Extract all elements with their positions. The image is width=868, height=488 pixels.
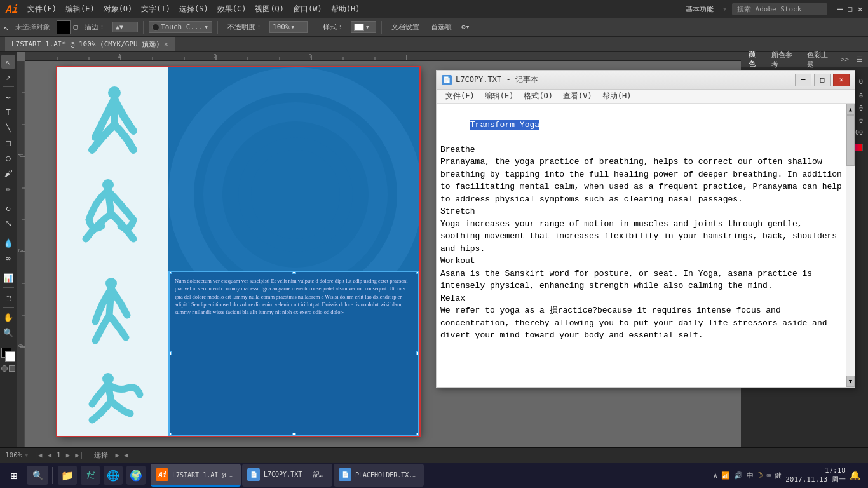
menu-window[interactable]: 窗口(W) — [289, 3, 326, 16]
ellipse-tool[interactable]: ○ — [1, 151, 15, 165]
notepad-window: 📄 L7COPY.TXT - 记事本 ─ □ ✕ 文件(F) 编辑(E) 格式(… — [436, 70, 855, 388]
close-btn[interactable]: ✕ — [858, 4, 863, 14]
notepad-menu-help[interactable]: 帮助(H) — [597, 90, 637, 103]
notepad-text-area[interactable]: Transform Yoga Breathe Pranayama, the yo… — [437, 104, 846, 387]
pen-tool[interactable]: ✒ — [1, 90, 15, 104]
taskbar-browser-btn[interactable]: 🌍 — [126, 466, 146, 485]
taskbar-notepad-btn[interactable]: 📄 L7COPY.TXT - 記... — [242, 464, 332, 487]
canvas-tab-close[interactable]: ✕ — [164, 40, 168, 48]
menu-type[interactable]: 文字(T) — [137, 3, 174, 16]
taskbar-edge-btn[interactable]: 🌐 — [104, 466, 123, 485]
direct-select-tool[interactable]: ↗ — [1, 70, 15, 84]
doc-settings-btn[interactable]: 文档设置 — [387, 20, 424, 34]
maximize-btn[interactable]: □ — [848, 4, 852, 13]
selection-handle-br[interactable] — [416, 433, 419, 436]
nav-arrows[interactable]: ▶ ◀ — [116, 451, 128, 459]
notepad-menu-file[interactable]: 文件(F) — [440, 90, 480, 103]
scrollbar-thumb[interactable] — [846, 115, 855, 166]
zoom-control[interactable]: 100% ▾ — [5, 451, 29, 459]
select-tool[interactable]: ↖ — [1, 55, 15, 69]
scrollbar-down-btn[interactable]: ▼ — [846, 376, 855, 387]
brush-tool[interactable]: 🖌 — [1, 166, 15, 180]
taskbar-health-icon[interactable]: 健 — [775, 471, 782, 480]
canvas-tab-active[interactable]: L7START_1.AI* @ 100% (CMYK/GPU 预选) ✕ — [5, 37, 175, 51]
eyedropper-tool[interactable]: 💧 — [1, 236, 15, 250]
menu-select[interactable]: 选择(S) — [175, 3, 212, 16]
type-tool[interactable]: T — [1, 105, 15, 119]
panel-expand-btn[interactable]: >> — [841, 55, 849, 64]
selection-handle-tl[interactable] — [168, 271, 172, 274]
selection-handle-tm[interactable] — [292, 271, 296, 274]
notepad-menu-format[interactable]: 格式(O) — [519, 90, 558, 103]
menu-file[interactable]: 文件(F) — [24, 3, 60, 16]
touch-dropdown[interactable]: Touch C... ▾ — [149, 21, 212, 33]
pencil-tool[interactable]: ✏ — [1, 181, 15, 195]
fill-stroke-indicator[interactable] — [1, 348, 15, 362]
taskbar-ai-btn[interactable]: Ai L7START_1.AI @ ... — [151, 464, 241, 487]
notepad-menu-edit[interactable]: 编辑(E) — [480, 90, 519, 103]
mode-icons — [1, 365, 15, 372]
nav-back[interactable]: ◀ — [47, 451, 51, 459]
extra-toolbar-icon[interactable]: ⚙▾ — [461, 23, 470, 31]
notepad-maximize-btn[interactable]: □ — [814, 74, 831, 86]
text-box-overlay[interactable]: Num doloreetum ver esequam ver suscipist… — [168, 271, 419, 436]
scrollbar-track[interactable] — [846, 115, 855, 376]
rotate-tool[interactable]: ↻ — [1, 201, 15, 215]
taskbar-ime-moon: ☽ — [757, 470, 763, 480]
taskbar-app1-btn[interactable]: だ — [81, 466, 100, 485]
panel-menu-btn[interactable]: ☰ — [857, 55, 863, 64]
basic-function-btn[interactable]: 基本功能 — [682, 3, 717, 15]
toolbar-divider-4 — [381, 21, 382, 34]
menu-effect[interactable]: 效果(C) — [214, 3, 250, 16]
fill-swatch[interactable] — [57, 20, 71, 34]
taskbar-ime-icon[interactable]: 中 — [747, 471, 754, 480]
nav-forward[interactable]: ▶ — [66, 451, 71, 459]
selection-handle-bm[interactable] — [292, 433, 296, 436]
notepad-titlebar[interactable]: 📄 L7COPY.TXT - 记事本 ─ □ ✕ — [437, 71, 855, 90]
menu-view[interactable]: 视图(Q) — [251, 3, 288, 16]
selection-handle-tr[interactable] — [416, 271, 419, 274]
notepad-close-btn[interactable]: ✕ — [833, 74, 850, 86]
nav-prev[interactable]: |◀ — [34, 451, 42, 459]
opacity-dropdown[interactable]: 100% ▾ — [269, 21, 308, 33]
zoom-tool[interactable]: 🔍 — [1, 325, 15, 339]
start-button[interactable]: ⊞ — [3, 464, 25, 487]
taskbar-file-explorer-btn[interactable]: 📁 — [58, 466, 77, 485]
style-dropdown[interactable]: ▾ — [351, 21, 376, 33]
style-label: 样式： — [318, 20, 348, 34]
line-tool[interactable]: ╲ — [1, 120, 15, 134]
taskbar-network-icon[interactable]: 📶 — [721, 471, 730, 480]
taskbar-volume-icon[interactable]: 🔊 — [734, 471, 743, 480]
selection-handle-mr[interactable] — [416, 351, 419, 355]
toolbar-divider-1 — [143, 21, 144, 34]
normal-mode[interactable] — [1, 365, 8, 372]
hand-tool[interactable]: ✋ — [1, 310, 15, 324]
taskbar-keyboard-icon[interactable]: ⌨ — [767, 471, 771, 480]
taskbar-action-center[interactable]: 🔔 — [850, 470, 860, 480]
notepad-menu-view[interactable]: 查看(V) — [558, 90, 597, 103]
selection-handle-bl[interactable] — [168, 433, 172, 436]
menu-edit[interactable]: 编辑(E) — [62, 3, 98, 16]
notepad-scrollbar[interactable]: ▲ ▼ — [846, 104, 855, 387]
rect-tool[interactable]: □ — [1, 135, 15, 149]
nav-next[interactable]: ▶| — [75, 451, 83, 459]
selection-handle-ml[interactable] — [168, 351, 172, 355]
taskbar-placeholder-btn[interactable]: 📄 PLACEHOLDER.TX... — [334, 464, 424, 487]
scrollbar-up-btn[interactable]: ▲ — [846, 104, 855, 115]
taskbar-time-display[interactable]: 17:18 2017.11.13 周一 — [785, 466, 846, 484]
stroke-dropdown[interactable]: ▲▼ — [112, 22, 138, 32]
notepad-minimize-btn[interactable]: ─ — [795, 74, 811, 86]
minimize-btn[interactable]: ─ — [837, 4, 843, 14]
search-adobe-stock[interactable]: 搜索 Adobe Stock — [732, 3, 827, 15]
scale-tool[interactable]: ⤡ — [1, 216, 15, 230]
menu-help[interactable]: 帮助(H) — [327, 3, 364, 16]
blend-tool[interactable]: ∞ — [1, 251, 15, 265]
taskbar-search-btn[interactable]: 🔍 — [27, 466, 48, 485]
fill-mode[interactable] — [9, 365, 15, 372]
artboard-tool[interactable]: ⬚ — [1, 290, 15, 304]
svg-text:9: 9 — [309, 54, 312, 60]
menu-object[interactable]: 对象(O) — [100, 3, 137, 16]
taskbar-system-tray[interactable]: ∧ — [713, 471, 717, 480]
graph-tool[interactable]: 📊 — [1, 271, 15, 285]
prefs-btn[interactable]: 首选项 — [426, 20, 456, 34]
